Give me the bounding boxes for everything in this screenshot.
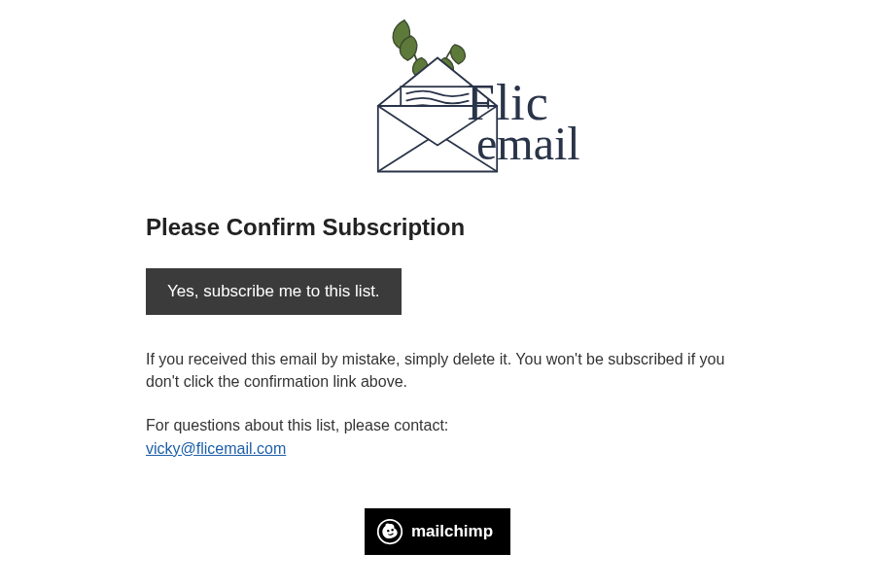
brand-name-script: email: [476, 121, 580, 167]
brand-wordmark: Flic email: [467, 78, 571, 175]
contact-email-link[interactable]: vicky@flicemail.com: [146, 440, 286, 457]
brand-logo-block: Flic email: [146, 10, 729, 185]
footer: mailchimp: [146, 508, 729, 555]
svg-point-6: [391, 529, 393, 531]
contact-block: For questions about this list, please co…: [146, 414, 729, 459]
page-title: Please Confirm Subscription: [146, 214, 729, 241]
email-container: Flic email Please Confirm Subscription Y…: [146, 0, 729, 555]
svg-point-5: [387, 530, 389, 532]
contact-prefix: For questions about this list, please co…: [146, 417, 448, 433]
mailchimp-logo-icon: [376, 518, 403, 545]
confirm-subscription-button[interactable]: Yes, subscribe me to this list.: [146, 268, 402, 315]
mailchimp-badge[interactable]: mailchimp: [365, 508, 510, 555]
mailchimp-label: mailchimp: [411, 522, 493, 541]
mistake-disclaimer: If you received this email by mistake, s…: [146, 348, 729, 393]
